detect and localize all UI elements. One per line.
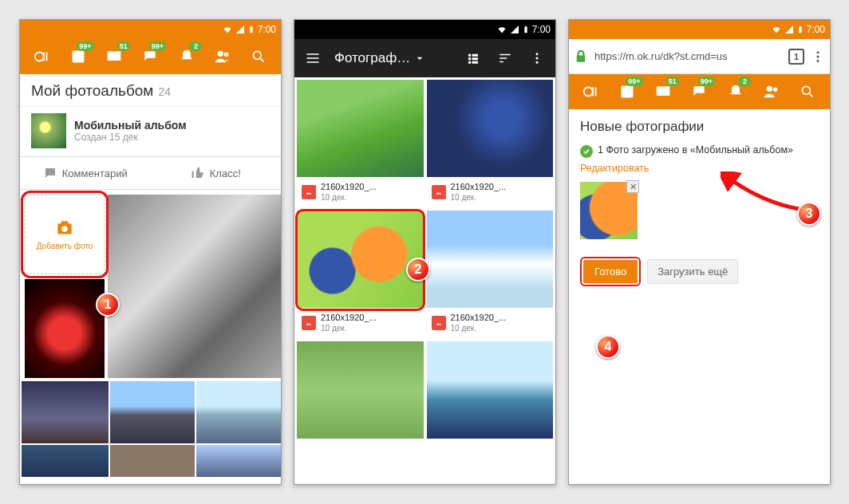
grid-photo[interactable] xyxy=(110,445,195,477)
action-bar: Комментарий Класс! xyxy=(20,156,281,190)
gallery-item[interactable] xyxy=(427,341,554,439)
status-bar: 7:00 xyxy=(569,20,830,39)
check-icon xyxy=(580,145,593,158)
page-heading: Новые фотографии xyxy=(580,119,819,135)
svg-point-6 xyxy=(536,53,539,55)
svg-rect-1 xyxy=(72,51,84,63)
grid-photo[interactable] xyxy=(22,381,109,443)
gallery-item[interactable] xyxy=(297,341,424,439)
svg-rect-13 xyxy=(621,86,633,98)
view-list-button[interactable] xyxy=(458,39,488,77)
gallery-title[interactable]: Фотограф… xyxy=(330,50,456,66)
upload-success-row: 1 Фото загружено в «Мобильный альбом» xyxy=(580,144,819,158)
svg-point-2 xyxy=(218,51,223,57)
comment-button[interactable]: Комментарий xyxy=(20,157,151,189)
step-marker-4: 4 xyxy=(596,335,620,359)
svg-point-10 xyxy=(817,55,819,57)
comment-icon xyxy=(43,166,57,180)
svg-point-15 xyxy=(773,88,778,93)
step-marker-1: 1 xyxy=(96,293,120,317)
friends-button[interactable] xyxy=(754,74,788,109)
grid-photo[interactable] xyxy=(25,279,105,378)
album-name: Мобильный альбом xyxy=(74,119,187,132)
notifications-button[interactable]: 2 xyxy=(169,39,203,74)
svg-point-12 xyxy=(583,88,592,96)
image-type-icon xyxy=(302,316,316,330)
search-button[interactable] xyxy=(791,74,825,109)
page-title-row: Мой фотоальбом 24 xyxy=(20,74,281,107)
svg-point-3 xyxy=(224,53,229,57)
svg-point-5 xyxy=(61,226,68,232)
step-marker-2: 2 xyxy=(406,258,430,282)
camera-icon xyxy=(54,218,75,238)
battery-icon xyxy=(796,24,804,35)
success-text: 1 Фото загружено в «Мобильный альбом» xyxy=(598,144,793,156)
battery-icon xyxy=(522,24,530,35)
album-header[interactable]: Мобильный альбом Создан 15 дек xyxy=(20,107,281,156)
feed-button[interactable]: 99+ xyxy=(61,39,95,74)
signal-icon xyxy=(235,25,245,34)
messages-button[interactable]: 51 xyxy=(646,74,681,109)
gallery-item[interactable]: 2160x1920_...10 дек. xyxy=(297,211,424,338)
messages-button[interactable]: 51 xyxy=(97,39,132,74)
gallery-item[interactable]: 2160x1920_...10 дек. xyxy=(427,80,554,207)
svg-point-8 xyxy=(536,61,539,64)
upload-more-button[interactable]: Загрузить ещё xyxy=(647,259,738,284)
overflow-button[interactable] xyxy=(522,39,552,77)
browser-url-bar[interactable]: https://m.ok.ru/dk?st.cmd=us 1 xyxy=(569,39,830,74)
photo-grid: Добавить фото xyxy=(20,190,281,477)
grid-photo[interactable] xyxy=(110,381,195,443)
image-type-icon xyxy=(432,316,446,330)
sort-button[interactable] xyxy=(490,39,520,77)
tab-count[interactable]: 1 xyxy=(788,49,804,65)
svg-point-16 xyxy=(803,86,811,94)
done-button[interactable]: Готово xyxy=(583,260,638,283)
svg-point-4 xyxy=(254,51,262,59)
image-type-icon xyxy=(302,185,316,199)
gallery-item[interactable]: 2160x1920_...10 дек. xyxy=(297,80,424,207)
friends-button[interactable] xyxy=(205,39,239,74)
ok-toolbar: 99+ 51 99+ 2 xyxy=(569,74,830,109)
svg-point-0 xyxy=(34,53,43,61)
battery-icon xyxy=(247,24,255,35)
feed-button[interactable]: 99+ xyxy=(610,74,644,109)
chevron-down-icon xyxy=(413,52,426,65)
gallery-thumb xyxy=(297,80,424,177)
wifi-icon xyxy=(496,25,507,34)
grid-photo[interactable] xyxy=(108,195,282,378)
remove-thumb-button[interactable]: ✕ xyxy=(626,180,639,193)
search-button[interactable] xyxy=(242,39,276,74)
image-type-icon xyxy=(432,185,446,199)
edit-link[interactable]: Редактировать xyxy=(580,163,649,174)
gallery-thumb xyxy=(427,80,554,177)
screenshot-3: 7:00 https://m.ok.ru/dk?st.cmd=us 1 99+ … xyxy=(568,19,831,485)
screenshot-1: 7:00 99+ 51 99+ 2 Мой фотоальбом 24 Моби… xyxy=(19,19,282,485)
status-time: 7:00 xyxy=(807,24,825,35)
add-photo-tile[interactable]: Добавить фото xyxy=(25,195,105,274)
album-count: 24 xyxy=(158,85,171,98)
wifi-icon xyxy=(222,25,233,34)
discussions-button[interactable]: 99+ xyxy=(133,39,168,74)
menu-button[interactable] xyxy=(25,39,59,74)
discussions-button[interactable]: 99+ xyxy=(682,74,717,109)
status-time: 7:00 xyxy=(532,24,551,35)
album-created: Создан 15 дек xyxy=(74,132,187,143)
url-text: https://m.ok.ru/dk?st.cmd=us xyxy=(594,50,782,62)
uploaded-thumbnail[interactable]: ✕ xyxy=(580,182,638,239)
signal-icon xyxy=(784,25,794,34)
gallery-item[interactable]: 2160x1920_...10 дек. xyxy=(427,211,554,338)
album-thumbnail xyxy=(31,113,66,148)
grid-photo[interactable] xyxy=(196,445,281,477)
ok-toolbar: 99+ 51 99+ 2 xyxy=(20,39,281,74)
gallery-toolbar: Фотограф… xyxy=(294,39,555,77)
like-button[interactable]: Класс! xyxy=(151,157,282,189)
page-title: Мой фотоальбом xyxy=(31,82,153,100)
grid-photo[interactable] xyxy=(22,445,109,477)
overflow-button[interactable] xyxy=(811,49,825,64)
notifications-button[interactable]: 2 xyxy=(718,74,752,109)
menu-button[interactable] xyxy=(574,74,608,109)
svg-point-14 xyxy=(767,86,772,92)
hamburger-button[interactable] xyxy=(298,39,328,77)
gallery-thumb xyxy=(427,211,554,308)
grid-photo[interactable] xyxy=(196,381,281,443)
